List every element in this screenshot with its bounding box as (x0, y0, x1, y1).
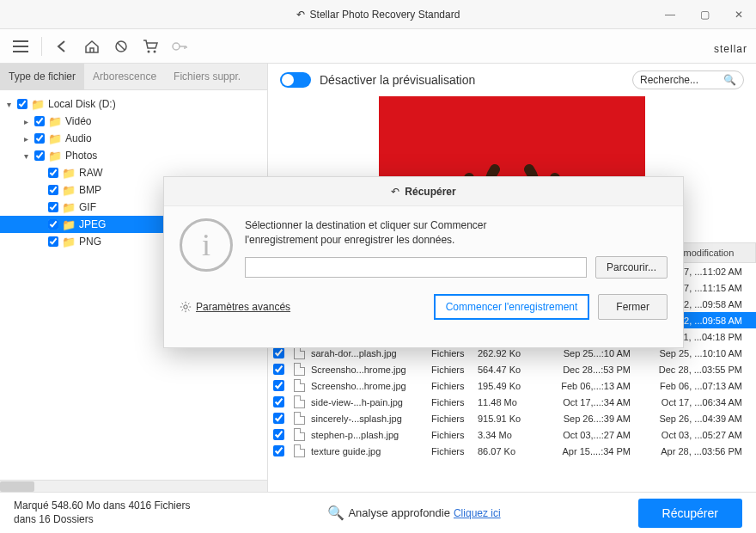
recover-button[interactable]: Récupérer (638, 499, 742, 528)
checkbox[interactable] (34, 133, 45, 144)
file-name: sincerely-...splash.jpg (306, 412, 426, 426)
browse-button[interactable]: Parcourir... (595, 256, 668, 279)
cart-button[interactable] (138, 34, 162, 58)
file-icon (294, 395, 305, 408)
table-row[interactable]: sincerely-...splash.jpgFichiers915.91 Ko… (268, 410, 756, 426)
deep-scan-link[interactable]: Cliquez ici (454, 507, 501, 519)
close-button[interactable]: ✕ (722, 0, 756, 29)
search-input[interactable]: Recherche... 🔍 (632, 70, 744, 89)
table-row[interactable]: Screensho...hrome.jpgFichiers564.47 KoDe… (268, 361, 756, 377)
checkbox[interactable] (48, 202, 58, 212)
menu-button[interactable] (9, 34, 33, 58)
checkbox[interactable] (48, 219, 58, 230)
svg-point-1 (148, 50, 150, 52)
checkbox[interactable] (48, 168, 58, 178)
recover-dialog: ↶ Récupérer i Sélectionner la destinatio… (163, 176, 684, 348)
file-icon (294, 346, 305, 359)
close-dialog-button[interactable]: Fermer (598, 294, 668, 320)
undo-icon: ↶ (296, 9, 305, 21)
file-icon (294, 444, 305, 457)
search-icon: 🔍 (723, 74, 736, 86)
window-title: Stellar Photo Recovery Standard (310, 9, 460, 21)
row-checkbox[interactable] (273, 396, 284, 407)
file-name: side-view-...h-pain.jpg (306, 395, 426, 409)
checkbox[interactable] (34, 116, 45, 126)
minimize-button[interactable]: — (653, 0, 687, 29)
home-button[interactable] (80, 34, 104, 58)
checkbox[interactable] (17, 99, 27, 109)
start-saving-button[interactable]: Commencer l'enregistrement (434, 294, 590, 320)
maximize-button[interactable]: ▢ (687, 0, 722, 29)
svg-point-3 (173, 43, 180, 50)
file-icon (294, 428, 305, 441)
table-row[interactable]: side-view-...h-pain.jpgFichiers11.48 MoO… (268, 394, 756, 410)
tab-deleted[interactable]: Fichiers suppr. (165, 64, 249, 89)
advanced-settings-link[interactable]: Paramètres avancés (180, 301, 290, 313)
gear-icon (180, 301, 192, 313)
checkbox[interactable] (48, 185, 58, 195)
file-name: texture guide.jpg (306, 444, 426, 458)
row-checkbox[interactable] (273, 429, 284, 440)
magnifier-icon: 🔍 (327, 505, 344, 521)
window-controls: — ▢ ✕ (653, 0, 756, 29)
svg-point-2 (154, 50, 156, 52)
file-name: stephen-p...plash.jpg (306, 428, 426, 442)
tree-row-audio[interactable]: ▸📁Audio (0, 130, 267, 147)
info-icon: i (180, 218, 233, 272)
statusbar: Marqué 548.60 Mo dans 4016 Fichiers dans… (0, 492, 756, 533)
back-button[interactable] (51, 34, 75, 58)
file-name: Screensho...hrome.jpg (306, 363, 426, 377)
tree-row-root[interactable]: ▾📁Local Disk (D:) (0, 95, 267, 113)
preview-toggle-label: Désactiver la prévisualisation (320, 73, 475, 87)
row-checkbox[interactable] (273, 445, 284, 456)
preview-toggle[interactable] (280, 72, 311, 88)
file-icon (294, 412, 305, 425)
svg-point-4 (184, 304, 187, 308)
back-icon (56, 40, 70, 52)
checkbox[interactable] (48, 236, 58, 247)
row-checkbox[interactable] (273, 380, 284, 391)
tree-row-video[interactable]: ▸📁Vidéo (0, 113, 267, 130)
dialog-title: Récupérer (405, 186, 455, 198)
cart-icon (143, 40, 158, 53)
horizontal-scrollbar[interactable] (0, 480, 267, 492)
tree-row-photos[interactable]: ▾📁Photos (0, 147, 267, 164)
undo-icon: ↶ (391, 186, 399, 198)
destination-input[interactable] (245, 257, 587, 278)
row-checkbox[interactable] (273, 347, 284, 358)
table-row[interactable]: Screensho...hrome.jpgFichiers195.49 KoFe… (268, 377, 756, 394)
titlebar: ↶ Stellar Photo Recovery Standard — ▢ ✕ (0, 0, 756, 29)
brand-logo: stellar (714, 35, 747, 58)
hamburger-icon (13, 40, 28, 52)
stop-button[interactable] (109, 34, 133, 58)
status-summary: Marqué 548.60 Mo dans 4016 Fichiers dans… (14, 499, 190, 526)
deep-scan-label: Analyse approfondie (348, 506, 450, 519)
toolbar: stellar (0, 29, 756, 64)
checkbox[interactable] (34, 150, 45, 161)
row-checkbox[interactable] (273, 364, 284, 375)
tab-tree-view[interactable]: Arborescence (84, 64, 165, 89)
home-icon (84, 40, 100, 53)
key-icon (172, 41, 187, 52)
file-icon (294, 379, 305, 392)
file-icon (294, 363, 305, 376)
key-button[interactable] (168, 34, 192, 58)
table-row[interactable]: stephen-p...plash.jpgFichiers3.34 MoOct … (268, 426, 756, 443)
table-row[interactable]: texture guide.jpgFichiers86.07 KoApr 15.… (268, 443, 756, 459)
tab-file-type[interactable]: Type de fichier (0, 64, 84, 89)
file-name: Screensho...hrome.jpg (306, 379, 426, 393)
row-checkbox[interactable] (273, 413, 284, 424)
stop-icon (114, 40, 128, 53)
